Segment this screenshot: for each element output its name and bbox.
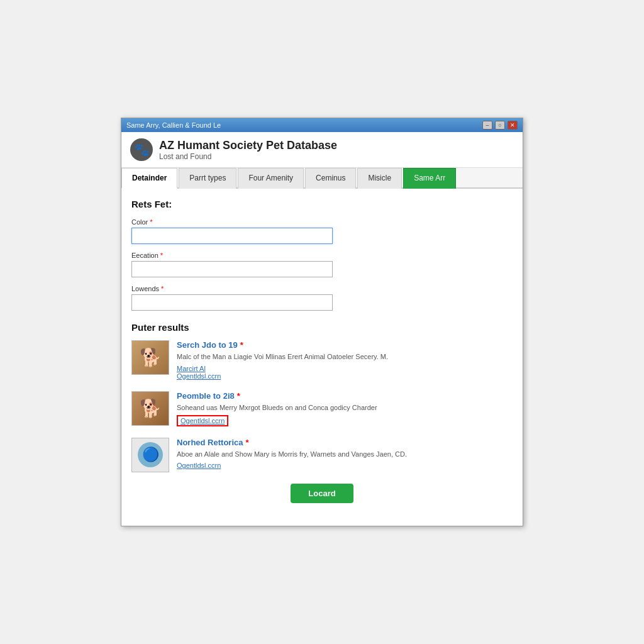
color-input[interactable] (131, 228, 333, 244)
lowends-label-text: Lowends (131, 285, 159, 292)
app-subtitle: Lost and Found (159, 152, 337, 161)
result-desc-2: Soheand uas Merry Mxrgot Blueds on and C… (177, 403, 377, 413)
result-desc-1: Malc of the Man a Liagie Voi Mlinas Erer… (177, 352, 388, 362)
tab-samearr[interactable]: Same Arr (403, 168, 456, 189)
result-link-2a[interactable]: Ogentldsl.ccrn (180, 417, 225, 425)
tab-detainder[interactable]: Detainder (121, 168, 177, 189)
lowends-input[interactable] (131, 294, 333, 311)
eecation-label: Eecation * (131, 252, 513, 259)
titlebar-text: Same Arry, Callien & Found Le (126, 121, 221, 129)
minimize-button[interactable]: – (482, 121, 492, 130)
tab-bar: Detainder Parrt types Four Amenity Cemin… (121, 168, 523, 189)
result-image-1: 🐕 (131, 340, 169, 375)
color-label: Color * (131, 218, 513, 226)
color-label-text: Color (131, 218, 148, 226)
result-info-2: Peomble to 2i8 * Soheand uas Merry Mxrgo… (177, 391, 377, 426)
result-item-3: 🔵 Norhed Rettorica * Aboe an Alale and S… (131, 438, 513, 472)
app-title: AZ Humant Society Pet Database (159, 139, 337, 152)
maximize-button[interactable]: ○ (495, 121, 505, 130)
result-required-3: * (245, 438, 248, 447)
result-title-2: Peomble to 2i8 * (177, 391, 377, 401)
lowends-required-star: * (161, 285, 164, 292)
main-content: Rets Fet: Color * Eecation * Lowends * P… (121, 189, 523, 526)
result-image-3: 🔵 (131, 438, 169, 472)
result-title-text-1: Serch Jdo to 19 (177, 340, 238, 350)
eecation-input[interactable] (131, 261, 333, 277)
form-section-title: Rets Fet: (131, 199, 513, 209)
app-logo: 🐾 (130, 138, 153, 161)
result-info-1: Serch Jdo to 19 * Malc of the Man a Liag… (177, 340, 388, 379)
result-title-1: Serch Jdo to 19 * (177, 340, 388, 350)
color-required-star: * (150, 218, 152, 226)
eecation-field-group: Eecation * (131, 252, 513, 277)
color-field-group: Color * (131, 218, 513, 244)
eecation-label-text: Eecation (131, 252, 158, 259)
result-desc-3: Aboe an Alale and Show Mary is Morris fr… (177, 450, 407, 459)
results-section-title: Puter results (131, 322, 513, 333)
window-controls: – ○ ✕ (482, 121, 518, 130)
titlebar: Same Arry, Callien & Found Le – ○ ✕ (121, 118, 523, 132)
result-item-1: 🐕 Serch Jdo to 19 * Malc of the Man a Li… (131, 340, 513, 379)
result-link-1b[interactable]: Ogentldsl.ccrn (177, 372, 388, 380)
result-required-1: * (240, 340, 243, 350)
result-info-3: Norhed Rettorica * Aboe an Alale and Sho… (177, 438, 407, 469)
tab-parrtypes[interactable]: Parrt types (179, 168, 236, 189)
tab-misicle[interactable]: Misicle (357, 168, 402, 189)
load-button-wrapper: Locard (131, 484, 513, 516)
eecation-required-star: * (160, 252, 163, 259)
result-title-text-3: Norhed Rettorica (177, 438, 243, 447)
result-item-2: 🐕 Peomble to 2i8 * Soheand uas Merry Mxr… (131, 391, 513, 426)
result-link-1a[interactable]: Marcirt Al (177, 365, 388, 372)
result-image-2: 🐕 (131, 391, 169, 426)
result-title-text-2: Peomble to 2i8 (177, 391, 235, 401)
main-window: Same Arry, Callien & Found Le – ○ ✕ 🐾 AZ… (121, 118, 523, 526)
placeholder-icon-3: 🔵 (138, 442, 163, 467)
header-text-group: AZ Humant Society Pet Database Lost and … (159, 139, 337, 161)
tab-ceminus[interactable]: Ceminus (305, 168, 356, 189)
close-button[interactable]: ✕ (508, 121, 518, 130)
result-link-3a[interactable]: Ogentldsl.ccrn (177, 462, 407, 469)
result-link-box-2: Ogentldsl.ccrn (177, 415, 228, 426)
load-button[interactable]: Locard (291, 484, 353, 503)
result-title-3: Norhed Rettorica * (177, 438, 407, 447)
lowends-label: Lowends * (131, 285, 513, 292)
tab-fouramenity[interactable]: Four Amenity (238, 168, 304, 189)
lowends-field-group: Lowends * (131, 285, 513, 311)
result-required-2: * (237, 391, 240, 401)
app-header: 🐾 AZ Humant Society Pet Database Lost an… (121, 132, 523, 168)
